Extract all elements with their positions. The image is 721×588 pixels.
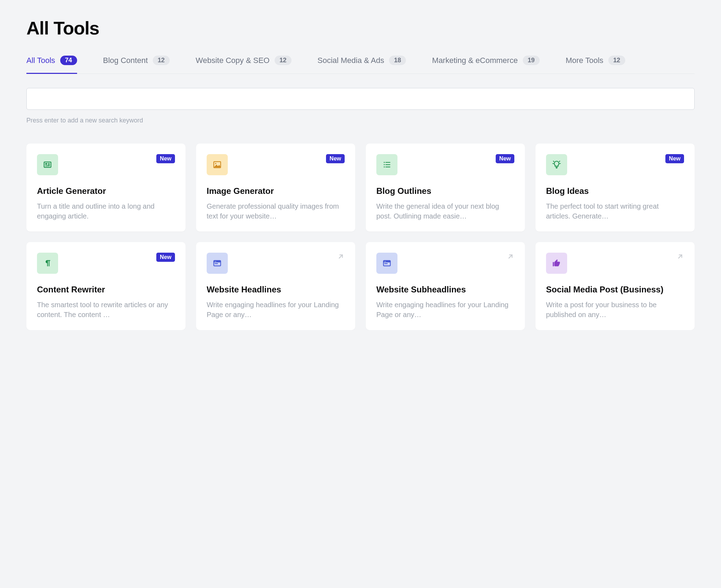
tab-label: Social Media & Ads bbox=[318, 56, 384, 65]
tool-card-image-generator[interactable]: New Image Generator Generate professiona… bbox=[196, 144, 355, 232]
article-icon bbox=[37, 154, 58, 175]
tool-desc: Write a post for your business to be pub… bbox=[546, 300, 684, 320]
svg-point-27 bbox=[384, 261, 385, 262]
thumb-icon bbox=[546, 253, 567, 274]
tool-desc: Generate professional quality images fro… bbox=[207, 201, 345, 221]
external-link-icon bbox=[676, 253, 684, 260]
svg-point-22 bbox=[215, 261, 216, 262]
tool-title: Blog Ideas bbox=[546, 186, 684, 196]
tab-count: 12 bbox=[275, 56, 291, 65]
tools-grid: New Article Generator Turn a title and o… bbox=[26, 144, 695, 330]
tool-title: Content Rewriter bbox=[37, 284, 175, 295]
tab-count: 19 bbox=[523, 56, 540, 65]
tool-title: Website Headlines bbox=[207, 284, 345, 295]
new-badge: New bbox=[496, 154, 514, 163]
filter-tabs: All Tools 74 Blog Content 12 Website Cop… bbox=[26, 56, 695, 74]
search-input[interactable] bbox=[26, 88, 695, 110]
tool-card-blog-ideas[interactable]: New Blog Ideas The perfect tool to start… bbox=[535, 144, 695, 232]
svg-line-24 bbox=[339, 255, 342, 258]
image-icon bbox=[207, 154, 228, 175]
new-badge: New bbox=[156, 253, 175, 262]
tool-desc: Write engaging headlines for your Landin… bbox=[207, 300, 345, 320]
tab-website-copy-seo[interactable]: Website Copy & SEO 12 bbox=[196, 56, 291, 74]
tool-title: Article Generator bbox=[37, 186, 175, 196]
tool-card-content-rewriter[interactable]: New Content Rewriter The smartest tool t… bbox=[26, 242, 186, 330]
svg-point-7 bbox=[384, 162, 385, 163]
svg-line-30 bbox=[509, 255, 512, 258]
tool-card-website-headlines[interactable]: Website Headlines Write engaging headlin… bbox=[196, 242, 355, 330]
window-icon bbox=[376, 253, 397, 274]
external-link-icon bbox=[507, 253, 514, 260]
page-title: All Tools bbox=[26, 18, 695, 39]
window-icon bbox=[207, 253, 228, 274]
tab-label: Website Copy & SEO bbox=[196, 56, 270, 65]
tool-title: Social Media Post (Business) bbox=[546, 284, 684, 295]
svg-line-18 bbox=[559, 161, 560, 162]
tool-card-blog-outlines[interactable]: New Blog Outlines Write the general idea… bbox=[366, 144, 525, 232]
tool-desc: Turn a title and outline into a long and… bbox=[37, 201, 175, 221]
svg-line-17 bbox=[553, 161, 554, 162]
tool-title: Image Generator bbox=[207, 186, 345, 196]
new-badge: New bbox=[156, 154, 175, 163]
tab-more-tools[interactable]: More Tools 12 bbox=[566, 56, 625, 74]
svg-point-21 bbox=[215, 261, 215, 262]
svg-point-6 bbox=[215, 163, 216, 164]
search-hint: Press enter to add a new search keyword bbox=[26, 117, 695, 124]
tab-label: Marketing & eCommerce bbox=[432, 56, 518, 65]
tab-all-tools[interactable]: All Tools 74 bbox=[26, 56, 77, 74]
tool-card-article-generator[interactable]: New Article Generator Turn a title and o… bbox=[26, 144, 186, 232]
tool-title: Website Subheadlines bbox=[376, 284, 514, 295]
tab-count: 18 bbox=[389, 56, 406, 65]
tab-count: 12 bbox=[608, 56, 625, 65]
tab-blog-content[interactable]: Blog Content 12 bbox=[103, 56, 170, 74]
tool-desc: Write the general idea of your next blog… bbox=[376, 201, 514, 221]
tab-count: 12 bbox=[153, 56, 170, 65]
tool-desc: Write engaging headlines for your Landin… bbox=[376, 300, 514, 320]
tool-desc: The perfect tool to start writing great … bbox=[546, 201, 684, 221]
svg-rect-1 bbox=[45, 163, 47, 165]
tab-marketing-ecommerce[interactable]: Marketing & eCommerce 19 bbox=[432, 56, 539, 74]
tab-label: More Tools bbox=[566, 56, 603, 65]
tab-count: 74 bbox=[60, 56, 77, 65]
new-badge: New bbox=[665, 154, 684, 163]
svg-rect-0 bbox=[44, 162, 51, 167]
tab-social-media-ads[interactable]: Social Media & Ads 18 bbox=[318, 56, 406, 74]
external-link-icon bbox=[337, 253, 345, 260]
idea-icon bbox=[546, 154, 567, 175]
tool-card-social-media-post-business[interactable]: Social Media Post (Business) Write a pos… bbox=[535, 242, 695, 330]
svg-line-31 bbox=[678, 255, 682, 258]
pilcrow-icon bbox=[37, 253, 58, 274]
tab-label: Blog Content bbox=[103, 56, 148, 65]
svg-point-9 bbox=[384, 164, 385, 165]
tool-card-website-subheadlines[interactable]: Website Subheadlines Write engaging head… bbox=[366, 242, 525, 330]
list-icon bbox=[376, 154, 397, 175]
svg-point-28 bbox=[385, 261, 386, 262]
svg-point-11 bbox=[384, 166, 385, 167]
new-badge: New bbox=[326, 154, 345, 163]
tab-label: All Tools bbox=[26, 56, 55, 65]
tool-title: Blog Outlines bbox=[376, 186, 514, 196]
tool-desc: The smartest tool to rewrite articles or… bbox=[37, 300, 175, 320]
